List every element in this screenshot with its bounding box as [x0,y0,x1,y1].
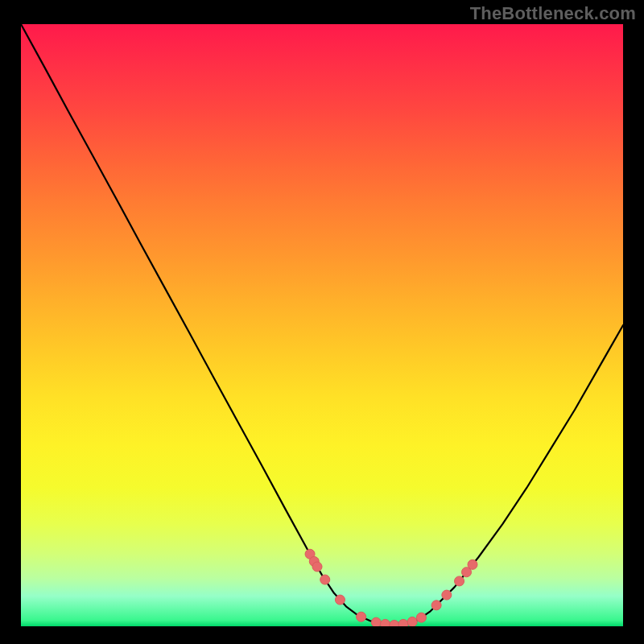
data-marker [407,617,417,626]
data-marker [468,559,477,569]
data-marker [390,621,399,627]
chart-frame: TheBottleneck.com [0,0,644,644]
data-marker [455,576,464,586]
data-marker [357,612,366,621]
data-marker [398,619,408,626]
data-marker [431,601,441,610]
data-marker [335,595,345,605]
data-marker [320,575,330,584]
data-marker [312,562,322,572]
curve-overlay [21,24,623,626]
data-marker [416,613,426,622]
watermark-text: TheBottleneck.com [470,3,636,24]
data-marker [442,590,452,600]
bottleneck-curve [21,24,623,625]
data-marker [371,617,381,626]
plot-area [21,24,623,626]
data-marker [381,619,390,626]
